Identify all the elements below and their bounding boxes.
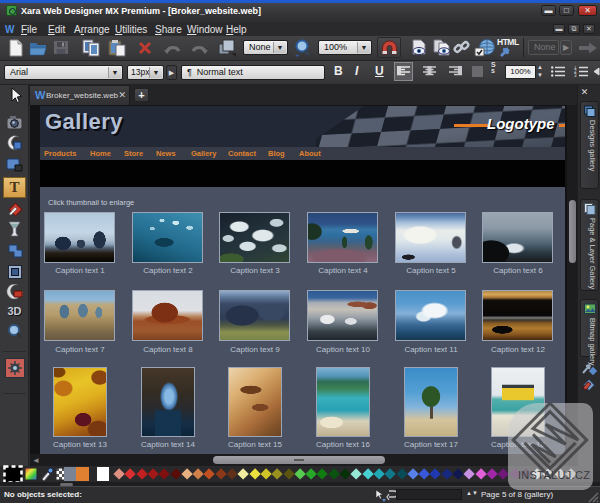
svg-text:3: 3 xyxy=(574,73,577,77)
